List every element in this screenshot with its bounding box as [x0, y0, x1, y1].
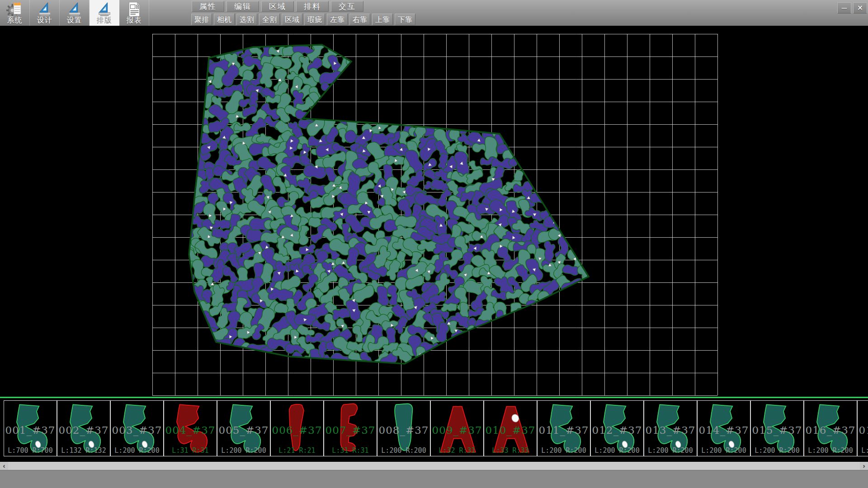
- piece-thumbnail[interactable]: 003_#37L:200 R:200: [110, 400, 164, 456]
- gear-icon: [6, 0, 24, 18]
- piece-thumbnail[interactable]: 007_#37L:31 R:31: [324, 400, 377, 456]
- piece-quantity-label: L:21 R:21: [271, 446, 323, 455]
- set-square-icon: [36, 0, 53, 18]
- piece-quantity-label: L:200 R:200: [217, 446, 270, 455]
- piece-quantity-label: L:200 R:200: [698, 446, 750, 455]
- piece-title: 007_#37: [324, 424, 377, 436]
- piece-quantity-label: L:200 R:200: [644, 446, 697, 455]
- action-button-defect[interactable]: 瑕疵: [304, 14, 325, 25]
- piece-quantity-label: L:132 R:132: [57, 446, 110, 455]
- piece-quantity-label: L:200 R:200: [538, 446, 590, 455]
- horizontal-scrollbar[interactable]: ‹ ›: [0, 462, 868, 470]
- piece-title: 005_#37: [217, 424, 270, 436]
- piece-thumbnail[interactable]: 010_#37L:33 R:33: [484, 400, 537, 456]
- action-button-select-cut[interactable]: 选割: [236, 14, 257, 25]
- piece-quantity-label: L:700 R:700: [4, 446, 57, 455]
- main-button-label: 报表: [119, 16, 149, 25]
- piece-thumbnail[interactable]: 005_#37L:200 R:200: [217, 400, 270, 456]
- piece-thumbnail[interactable]: 001_#37L:700 R:700: [4, 400, 57, 456]
- piece-quantity-label: L:32 R:31: [431, 446, 483, 455]
- piece-thumbnail[interactable]: 009_#37L:32 R:31: [430, 400, 484, 456]
- main-button-label: 设计: [30, 16, 59, 25]
- scroll-right-icon[interactable]: ›: [860, 462, 868, 470]
- main-button-label: 设置: [60, 16, 89, 25]
- piece-title: 014_#37: [698, 424, 750, 436]
- minimize-button[interactable]: ─: [837, 2, 851, 14]
- nesting-viewport[interactable]: [0, 26, 868, 397]
- piece-quantity-label: L:31 R:31: [324, 446, 377, 455]
- piece-quantity-label: L:200 R:200: [111, 446, 163, 455]
- action-button-region[interactable]: 区域: [282, 14, 302, 25]
- piece-thumbnail[interactable]: 011_#37L:200 R:200: [537, 400, 590, 456]
- piece-quantity-label: L:200 R:200: [804, 446, 857, 455]
- piece-thumbnail[interactable]: 015_#37L:200 R:200: [750, 400, 804, 456]
- piece-title: 017_#37: [858, 424, 868, 436]
- piece-thumbnail[interactable]: 012_#37L:200 R:200: [590, 400, 644, 456]
- tab-region[interactable]: 区域: [261, 1, 294, 12]
- main-button-label: 排版: [90, 16, 119, 25]
- action-button-cut-all[interactable]: 全割: [259, 14, 280, 25]
- piece-quantity-label: L:200 R:200: [751, 446, 803, 455]
- action-button-align-bottom[interactable]: 下靠: [395, 14, 415, 25]
- action-button-align-top[interactable]: 上靠: [372, 14, 393, 25]
- main-button-system[interactable]: 系统: [0, 0, 30, 26]
- piece-title: 012_#37: [591, 424, 643, 436]
- action-button-camera[interactable]: 相机: [214, 14, 235, 25]
- piece-thumbnail-strip: 001_#37L:700 R:700002_#37L:132 R:132003_…: [0, 397, 868, 462]
- piece-quantity-label: L:31 R:31: [164, 446, 217, 455]
- main-button-layout[interactable]: 排版: [90, 0, 119, 26]
- piece-thumbnail[interactable]: 006_#37L:21 R:21: [270, 400, 324, 456]
- piece-thumbnail[interactable]: 013_#37L:200 R:200: [644, 400, 697, 456]
- piece-title: 013_#37: [644, 424, 697, 436]
- application-window: 系统设计设置排版报表 属性编辑区域排料交互 聚排相机选割全割区域瑕疵左靠右靠上靠…: [0, 0, 868, 488]
- status-bar: [0, 470, 868, 488]
- tab-nesting[interactable]: 排料: [296, 1, 329, 12]
- piece-thumbnail[interactable]: 002_#37L:132 R:132: [57, 400, 110, 456]
- tab-interactive[interactable]: 交互: [331, 1, 363, 12]
- piece-thumbnail[interactable]: 004_#37L:31 R:31: [164, 400, 217, 456]
- piece-thumbnail[interactable]: 008_#37L:200 R:200: [377, 400, 430, 456]
- report-icon: [126, 0, 143, 18]
- piece-title: 015_#37: [751, 424, 803, 436]
- main-button-design[interactable]: 设计: [30, 0, 60, 26]
- piece-quantity-label: L:200 R:200: [858, 446, 868, 455]
- piece-quantity-label: L:200 R:200: [377, 446, 430, 455]
- piece-quantity-label: L:33 R:33: [484, 446, 537, 455]
- strip-divider: [0, 397, 868, 398]
- piece-title: 004_#37: [164, 424, 217, 436]
- piece-title: 009_#37: [431, 424, 483, 436]
- set-square-icon: [96, 0, 113, 18]
- piece-title: 011_#37: [538, 424, 590, 436]
- piece-thumbnail[interactable]: 016_#37L:200 R:200: [804, 400, 857, 456]
- piece-title: 001_#37: [4, 424, 57, 436]
- piece-thumbnail[interactable]: 014_#37L:200 R:200: [697, 400, 750, 456]
- piece-title: 006_#37: [271, 424, 323, 436]
- set-square-icon: [66, 0, 83, 18]
- piece-title: 010_#37: [484, 424, 537, 436]
- piece-title: 002_#37: [57, 424, 110, 436]
- piece-title: 003_#37: [111, 424, 163, 436]
- piece-title: 008_#37: [377, 424, 430, 436]
- piece-quantity-label: L:200 R:200: [591, 446, 643, 455]
- main-button-settings[interactable]: 设置: [60, 0, 90, 26]
- piece-title: 016_#37: [804, 424, 857, 436]
- piece-thumbnail[interactable]: 017_#37L:200 R:200: [857, 400, 868, 456]
- action-button-align-right[interactable]: 右靠: [349, 14, 370, 25]
- main-toolbar: 系统设计设置排版报表 属性编辑区域排料交互 聚排相机选割全割区域瑕疵左靠右靠上靠…: [0, 0, 868, 26]
- action-button-align-left[interactable]: 左靠: [327, 14, 348, 25]
- scroll-left-icon[interactable]: ‹: [0, 462, 8, 470]
- action-button-cluster-nest[interactable]: 聚排: [191, 14, 212, 25]
- main-button-label: 系统: [0, 16, 29, 25]
- close-button[interactable]: ✕: [853, 2, 867, 14]
- main-button-report[interactable]: 报表: [119, 0, 149, 26]
- tab-properties[interactable]: 属性: [192, 1, 224, 12]
- tab-edit[interactable]: 编辑: [226, 1, 259, 12]
